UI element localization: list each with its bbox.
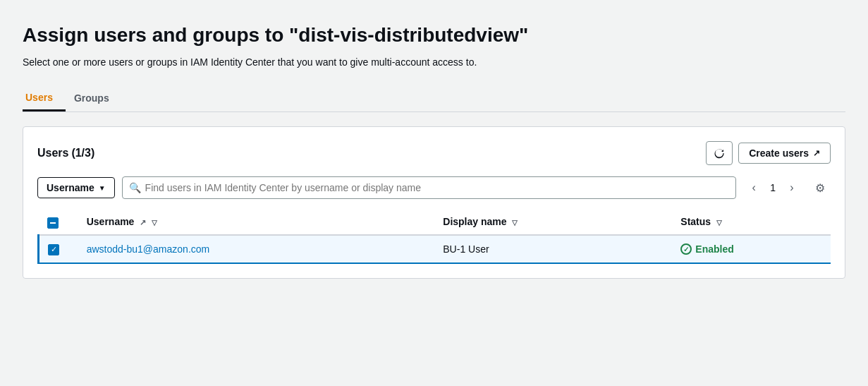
col-header-display-name: Display name ▽ [434, 209, 672, 235]
page-subtitle: Select one or more users or groups in IA… [23, 56, 845, 68]
refresh-button[interactable] [706, 141, 733, 165]
username-col-label: Username [87, 216, 135, 227]
filter-label: Username [47, 182, 94, 193]
search-wrapper: 🔍 [122, 176, 737, 199]
external-link-icon: ↗ [813, 148, 820, 158]
tabs-bar: Users Groups [23, 85, 845, 112]
dropdown-icon: ▼ [99, 184, 106, 192]
next-page-button[interactable]: › [781, 177, 802, 198]
prev-page-button[interactable]: ‹ [743, 177, 764, 198]
row-status-cell: ✓ Enabled [672, 235, 831, 263]
users-panel: Users (1/3) Create users ↗ Username ▼ 🔍 [23, 126, 845, 279]
row-checkbox-cell: ✓ [39, 235, 78, 263]
status-sort-icon[interactable]: ▽ [716, 219, 722, 227]
create-users-button[interactable]: Create users ↗ [738, 143, 831, 164]
table-row: ✓ awstodd-bu1@amazon.com BU-1 User ✓ Ena… [39, 235, 831, 263]
refresh-icon [714, 147, 725, 159]
users-table: Username ↗ ▽ Display name ▽ Status ▽ ✓ [37, 209, 831, 264]
page-number: 1 [767, 182, 778, 193]
display-sort-icon[interactable]: ▽ [512, 219, 518, 227]
settings-icon: ⚙ [815, 181, 825, 195]
tab-groups[interactable]: Groups [71, 85, 122, 111]
username-external-icon: ↗ [140, 218, 146, 227]
pagination: ‹ 1 › [743, 177, 802, 198]
search-input[interactable] [122, 176, 737, 199]
toolbar: Username ▼ 🔍 ‹ 1 › ⚙ [37, 176, 831, 199]
row-username-cell: awstodd-bu1@amazon.com [78, 235, 435, 263]
page-title: Assign users and groups to "dist-vis-dis… [23, 23, 845, 48]
status-label: Enabled [695, 243, 733, 255]
status-check-icon: ✓ [680, 243, 692, 255]
username-link[interactable]: awstodd-bu1@amazon.com [87, 243, 210, 255]
tab-users[interactable]: Users [23, 85, 66, 111]
panel-header: Users (1/3) Create users ↗ [37, 141, 831, 165]
display-name-value: BU-1 User [443, 243, 489, 255]
panel-count: (1/3) [71, 147, 94, 159]
col-header-status: Status ▽ [672, 209, 831, 235]
create-users-label: Create users [749, 147, 809, 159]
select-all-checkbox[interactable] [47, 217, 59, 229]
col-header-username: Username ↗ ▽ [78, 209, 435, 235]
prev-icon: ‹ [752, 181, 756, 194]
panel-actions: Create users ↗ [706, 141, 831, 165]
next-icon: › [790, 181, 793, 194]
status-badge: ✓ Enabled [680, 243, 822, 255]
table-header-row: Username ↗ ▽ Display name ▽ Status ▽ [39, 209, 831, 235]
column-settings-button[interactable]: ⚙ [809, 177, 831, 198]
col-header-checkbox [39, 209, 78, 235]
display-col-label: Display name [443, 216, 506, 227]
username-sort-icon[interactable]: ▽ [152, 219, 157, 227]
row-display-name-cell: BU-1 User [434, 235, 672, 263]
filter-button[interactable]: Username ▼ [37, 177, 115, 198]
status-col-label: Status [680, 216, 711, 227]
row-checkbox[interactable]: ✓ [48, 244, 59, 255]
panel-title: Users (1/3) [37, 147, 94, 159]
